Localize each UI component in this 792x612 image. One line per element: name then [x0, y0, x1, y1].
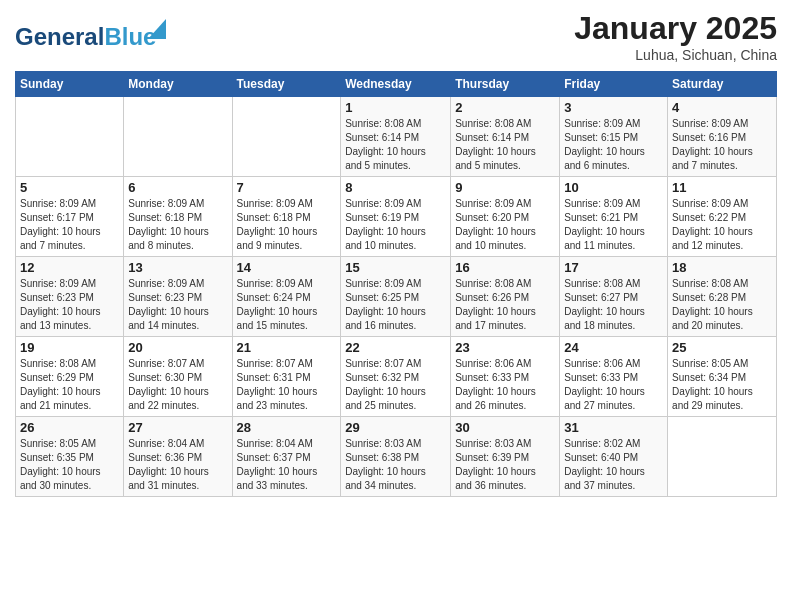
day-info: Sunrise: 8:05 AM Sunset: 6:35 PM Dayligh… [20, 437, 119, 493]
day-info: Sunrise: 8:08 AM Sunset: 6:29 PM Dayligh… [20, 357, 119, 413]
day-cell: 13Sunrise: 8:09 AM Sunset: 6:23 PM Dayli… [124, 257, 232, 337]
day-info: Sunrise: 8:09 AM Sunset: 6:23 PM Dayligh… [128, 277, 227, 333]
day-cell: 31Sunrise: 8:02 AM Sunset: 6:40 PM Dayli… [560, 417, 668, 497]
day-number: 1 [345, 100, 446, 115]
day-info: Sunrise: 8:06 AM Sunset: 6:33 PM Dayligh… [564, 357, 663, 413]
day-number: 15 [345, 260, 446, 275]
col-wednesday: Wednesday [341, 72, 451, 97]
day-cell: 25Sunrise: 8:05 AM Sunset: 6:34 PM Dayli… [668, 337, 777, 417]
day-number: 22 [345, 340, 446, 355]
day-cell: 19Sunrise: 8:08 AM Sunset: 6:29 PM Dayli… [16, 337, 124, 417]
day-info: Sunrise: 8:09 AM Sunset: 6:24 PM Dayligh… [237, 277, 337, 333]
col-monday: Monday [124, 72, 232, 97]
col-friday: Friday [560, 72, 668, 97]
day-info: Sunrise: 8:08 AM Sunset: 6:28 PM Dayligh… [672, 277, 772, 333]
day-cell: 8Sunrise: 8:09 AM Sunset: 6:19 PM Daylig… [341, 177, 451, 257]
day-info: Sunrise: 8:09 AM Sunset: 6:17 PM Dayligh… [20, 197, 119, 253]
day-info: Sunrise: 8:09 AM Sunset: 6:20 PM Dayligh… [455, 197, 555, 253]
day-cell: 1Sunrise: 8:08 AM Sunset: 6:14 PM Daylig… [341, 97, 451, 177]
day-cell: 17Sunrise: 8:08 AM Sunset: 6:27 PM Dayli… [560, 257, 668, 337]
day-cell: 11Sunrise: 8:09 AM Sunset: 6:22 PM Dayli… [668, 177, 777, 257]
day-info: Sunrise: 8:03 AM Sunset: 6:39 PM Dayligh… [455, 437, 555, 493]
day-number: 19 [20, 340, 119, 355]
day-cell: 9Sunrise: 8:09 AM Sunset: 6:20 PM Daylig… [451, 177, 560, 257]
day-number: 20 [128, 340, 227, 355]
day-number: 10 [564, 180, 663, 195]
day-info: Sunrise: 8:09 AM Sunset: 6:22 PM Dayligh… [672, 197, 772, 253]
day-info: Sunrise: 8:03 AM Sunset: 6:38 PM Dayligh… [345, 437, 446, 493]
week-row-1: 1Sunrise: 8:08 AM Sunset: 6:14 PM Daylig… [16, 97, 777, 177]
day-info: Sunrise: 8:07 AM Sunset: 6:31 PM Dayligh… [237, 357, 337, 413]
day-cell: 10Sunrise: 8:09 AM Sunset: 6:21 PM Dayli… [560, 177, 668, 257]
day-info: Sunrise: 8:09 AM Sunset: 6:15 PM Dayligh… [564, 117, 663, 173]
day-info: Sunrise: 8:02 AM Sunset: 6:40 PM Dayligh… [564, 437, 663, 493]
day-cell: 24Sunrise: 8:06 AM Sunset: 6:33 PM Dayli… [560, 337, 668, 417]
day-number: 3 [564, 100, 663, 115]
day-number: 30 [455, 420, 555, 435]
day-cell: 3Sunrise: 8:09 AM Sunset: 6:15 PM Daylig… [560, 97, 668, 177]
month-title: January 2025 [574, 10, 777, 47]
day-cell: 16Sunrise: 8:08 AM Sunset: 6:26 PM Dayli… [451, 257, 560, 337]
header-row: Sunday Monday Tuesday Wednesday Thursday… [16, 72, 777, 97]
day-number: 17 [564, 260, 663, 275]
day-info: Sunrise: 8:09 AM Sunset: 6:23 PM Dayligh… [20, 277, 119, 333]
day-info: Sunrise: 8:09 AM Sunset: 6:18 PM Dayligh… [128, 197, 227, 253]
logo-general: General [15, 23, 104, 51]
header: General Blue January 2025 Luhua, Sichuan… [15, 10, 777, 63]
day-info: Sunrise: 8:04 AM Sunset: 6:36 PM Dayligh… [128, 437, 227, 493]
day-number: 7 [237, 180, 337, 195]
day-cell: 28Sunrise: 8:04 AM Sunset: 6:37 PM Dayli… [232, 417, 341, 497]
day-number: 16 [455, 260, 555, 275]
day-number: 25 [672, 340, 772, 355]
logo-triangle-icon [148, 19, 166, 39]
day-info: Sunrise: 8:08 AM Sunset: 6:14 PM Dayligh… [345, 117, 446, 173]
day-info: Sunrise: 8:07 AM Sunset: 6:30 PM Dayligh… [128, 357, 227, 413]
day-number: 8 [345, 180, 446, 195]
day-info: Sunrise: 8:09 AM Sunset: 6:18 PM Dayligh… [237, 197, 337, 253]
day-cell: 6Sunrise: 8:09 AM Sunset: 6:18 PM Daylig… [124, 177, 232, 257]
day-info: Sunrise: 8:09 AM Sunset: 6:21 PM Dayligh… [564, 197, 663, 253]
day-number: 27 [128, 420, 227, 435]
day-info: Sunrise: 8:05 AM Sunset: 6:34 PM Dayligh… [672, 357, 772, 413]
day-number: 21 [237, 340, 337, 355]
day-number: 24 [564, 340, 663, 355]
day-number: 6 [128, 180, 227, 195]
day-info: Sunrise: 8:08 AM Sunset: 6:14 PM Dayligh… [455, 117, 555, 173]
calendar-body: 1Sunrise: 8:08 AM Sunset: 6:14 PM Daylig… [16, 97, 777, 497]
page-container: General Blue January 2025 Luhua, Sichuan… [0, 0, 792, 507]
day-number: 29 [345, 420, 446, 435]
day-cell: 27Sunrise: 8:04 AM Sunset: 6:36 PM Dayli… [124, 417, 232, 497]
day-cell: 7Sunrise: 8:09 AM Sunset: 6:18 PM Daylig… [232, 177, 341, 257]
calendar-header: Sunday Monday Tuesday Wednesday Thursday… [16, 72, 777, 97]
day-number: 14 [237, 260, 337, 275]
logo: General Blue [15, 23, 156, 51]
day-info: Sunrise: 8:07 AM Sunset: 6:32 PM Dayligh… [345, 357, 446, 413]
day-number: 13 [128, 260, 227, 275]
day-cell: 29Sunrise: 8:03 AM Sunset: 6:38 PM Dayli… [341, 417, 451, 497]
day-cell: 26Sunrise: 8:05 AM Sunset: 6:35 PM Dayli… [16, 417, 124, 497]
calendar-table: Sunday Monday Tuesday Wednesday Thursday… [15, 71, 777, 497]
col-saturday: Saturday [668, 72, 777, 97]
day-number: 11 [672, 180, 772, 195]
week-row-3: 12Sunrise: 8:09 AM Sunset: 6:23 PM Dayli… [16, 257, 777, 337]
week-row-2: 5Sunrise: 8:09 AM Sunset: 6:17 PM Daylig… [16, 177, 777, 257]
col-thursday: Thursday [451, 72, 560, 97]
day-number: 31 [564, 420, 663, 435]
day-cell [16, 97, 124, 177]
day-cell: 2Sunrise: 8:08 AM Sunset: 6:14 PM Daylig… [451, 97, 560, 177]
day-info: Sunrise: 8:08 AM Sunset: 6:27 PM Dayligh… [564, 277, 663, 333]
day-info: Sunrise: 8:06 AM Sunset: 6:33 PM Dayligh… [455, 357, 555, 413]
day-cell [668, 417, 777, 497]
week-row-4: 19Sunrise: 8:08 AM Sunset: 6:29 PM Dayli… [16, 337, 777, 417]
day-number: 18 [672, 260, 772, 275]
day-cell: 23Sunrise: 8:06 AM Sunset: 6:33 PM Dayli… [451, 337, 560, 417]
day-cell: 4Sunrise: 8:09 AM Sunset: 6:16 PM Daylig… [668, 97, 777, 177]
day-cell: 15Sunrise: 8:09 AM Sunset: 6:25 PM Dayli… [341, 257, 451, 337]
week-row-5: 26Sunrise: 8:05 AM Sunset: 6:35 PM Dayli… [16, 417, 777, 497]
day-cell: 30Sunrise: 8:03 AM Sunset: 6:39 PM Dayli… [451, 417, 560, 497]
day-cell: 22Sunrise: 8:07 AM Sunset: 6:32 PM Dayli… [341, 337, 451, 417]
day-info: Sunrise: 8:09 AM Sunset: 6:19 PM Dayligh… [345, 197, 446, 253]
day-cell [232, 97, 341, 177]
day-number: 26 [20, 420, 119, 435]
day-cell: 5Sunrise: 8:09 AM Sunset: 6:17 PM Daylig… [16, 177, 124, 257]
